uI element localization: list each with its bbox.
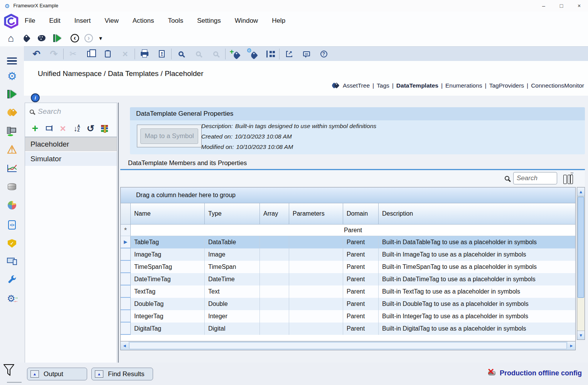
menu-settings[interactable]: Settings xyxy=(197,15,230,27)
navigate-forward-button[interactable]: › xyxy=(83,34,95,42)
copy-button[interactable] xyxy=(82,47,99,61)
menu-window[interactable]: Window xyxy=(235,15,267,27)
rail-alarms-button[interactable]: ⚠ xyxy=(0,142,24,157)
scroll-down-icon[interactable]: ▼ xyxy=(577,331,585,339)
list-item-simulator[interactable]: Simulator xyxy=(25,152,117,166)
navigate-back-button[interactable]: ‹ xyxy=(67,34,83,42)
table-row[interactable]: ImageTag Image Parent Built-in ImageTag … xyxy=(121,248,575,261)
drawing-button[interactable] xyxy=(34,35,49,41)
rail-tags-button[interactable] xyxy=(0,105,24,120)
column-header-type[interactable]: Type xyxy=(205,203,260,225)
scroll-right-icon[interactable]: ► xyxy=(568,341,575,350)
template-search-input[interactable] xyxy=(38,107,103,116)
hierarchy-button[interactable] xyxy=(261,47,278,61)
horizontal-scrollbar[interactable]: ◄ ► xyxy=(120,341,576,350)
nav-connectionsmonitor[interactable]: ConnectionsMonitor xyxy=(531,82,584,89)
menu-tools[interactable]: Tools xyxy=(168,15,193,27)
import-export-button[interactable] xyxy=(98,125,111,132)
expand-up-icon: ▲ xyxy=(30,370,39,378)
configure-tag-button[interactable]: ⚙ xyxy=(244,47,261,61)
close-button[interactable]: × xyxy=(570,0,588,12)
scrollbar-thumb[interactable] xyxy=(578,197,584,298)
export-button[interactable]: ↥ xyxy=(153,47,170,61)
rail-deployment-button[interactable]: ⚙ → → xyxy=(0,291,24,306)
rail-security-button[interactable]: ✓ xyxy=(0,236,24,251)
info-icon[interactable]: i xyxy=(31,93,40,102)
rail-runtime-button[interactable] xyxy=(0,86,24,102)
tags-button[interactable] xyxy=(19,35,34,41)
nav-tagproviders[interactable]: TagProviders xyxy=(489,82,524,89)
help-button[interactable]: ? xyxy=(315,47,332,61)
rail-tools-button[interactable] xyxy=(0,272,24,288)
menu-insert[interactable]: Insert xyxy=(74,15,100,27)
column-header-description[interactable]: Description xyxy=(379,203,575,225)
feedback-button[interactable] xyxy=(298,47,315,61)
cut-button[interactable]: ✂ xyxy=(64,47,82,61)
menu-view[interactable]: View xyxy=(104,15,128,27)
rail-datasets-button[interactable] xyxy=(0,179,24,194)
output-panel-button[interactable]: ▲ Output xyxy=(27,368,87,380)
minimize-button[interactable]: – xyxy=(535,0,553,12)
rail-reports-button[interactable] xyxy=(0,198,24,213)
vertical-scrollbar[interactable]: ▲ ▼ xyxy=(577,187,585,340)
nav-datatemplates[interactable]: DataTemplates xyxy=(396,82,438,89)
group-by-band[interactable]: Drag a column header here to group xyxy=(121,187,575,203)
nav-enumerations[interactable]: Enumerations xyxy=(445,82,482,89)
members-search-input[interactable] xyxy=(513,172,557,184)
rail-trends-button[interactable] xyxy=(0,160,24,176)
list-item-placeholder[interactable]: Placeholder xyxy=(25,137,117,151)
map-to-symbol-button[interactable]: Map to a Symbol xyxy=(140,128,198,144)
column-chooser-button[interactable]: ▽ xyxy=(563,172,574,184)
table-row[interactable]: DigitalTag Digital Parent Built-in Digit… xyxy=(121,323,575,335)
rail-scripts-button[interactable]: <> xyxy=(0,217,24,233)
scrollbar-thumb[interactable] xyxy=(129,342,567,349)
maximize-button[interactable]: □ xyxy=(553,0,570,12)
find-button[interactable] xyxy=(172,47,190,61)
sort-button[interactable]: ↓ AZ xyxy=(70,125,84,132)
scroll-left-icon[interactable]: ◄ xyxy=(121,341,128,350)
table-row[interactable]: TextTag Text Parent Built-in TextTag to … xyxy=(121,285,575,298)
rail-devices-button[interactable] xyxy=(0,123,24,139)
nav-assettree[interactable]: AssetTree xyxy=(343,82,370,89)
open-external-button[interactable]: ↗ xyxy=(280,47,298,61)
panel-splitter[interactable] xyxy=(118,103,119,363)
column-header-parameters[interactable]: Parameters xyxy=(289,203,343,225)
new-row[interactable]: * Parent xyxy=(121,225,575,236)
filter-icon[interactable] xyxy=(3,364,15,378)
run-button[interactable] xyxy=(49,34,65,42)
menu-edit[interactable]: Edit xyxy=(49,15,69,27)
redo-button[interactable]: ↷ xyxy=(45,47,62,61)
delete-button[interactable]: × xyxy=(116,47,134,61)
scroll-up-icon[interactable]: ▲ xyxy=(577,187,585,196)
column-header-array[interactable]: Array xyxy=(260,203,289,225)
row-selected-icon: ▶ xyxy=(121,236,131,248)
rail-menu-button[interactable] xyxy=(0,53,24,69)
table-row[interactable]: DoubleTag Double Parent Built-in DoubleT… xyxy=(121,298,575,310)
history-button[interactable]: ↺ xyxy=(84,124,98,133)
rail-displays-button[interactable] xyxy=(0,254,24,269)
add-tag-button[interactable]: + xyxy=(226,47,244,61)
table-row[interactable]: IntegerTag Integer Parent Built-in Integ… xyxy=(121,310,575,323)
column-header-name[interactable]: Name xyxy=(131,203,205,225)
connection-status[interactable]: × Production offline config xyxy=(487,368,582,378)
add-template-button[interactable]: + xyxy=(28,123,42,134)
table-row[interactable]: ▶ TableTag DataTable Parent Built-in Dat… xyxy=(121,236,575,248)
menu-file[interactable]: File xyxy=(25,15,44,27)
delete-template-button[interactable]: × xyxy=(56,123,70,133)
find-previous-button[interactable] xyxy=(207,47,224,61)
find-next-button[interactable] xyxy=(190,47,207,61)
column-header-domain[interactable]: Domain xyxy=(343,203,379,225)
table-row[interactable]: DateTimeTag DateTime Parent Built-in Dat… xyxy=(121,273,575,285)
menu-help[interactable]: Help xyxy=(272,15,295,27)
rename-template-button[interactable] xyxy=(42,126,56,130)
rail-settings-button[interactable]: ⚙ xyxy=(0,69,24,84)
find-results-panel-button[interactable]: ▲ Find Results xyxy=(91,368,153,380)
table-row[interactable]: TimeSpanTag TimeSpan Parent Built-in Tim… xyxy=(121,261,575,273)
undo-button[interactable]: ↶ xyxy=(28,47,45,61)
paste-button[interactable] xyxy=(99,47,116,61)
history-dropdown[interactable]: ▼ xyxy=(95,35,106,41)
menu-actions[interactable]: Actions xyxy=(133,15,163,27)
home-button[interactable]: ⌂ xyxy=(3,33,19,43)
nav-tags[interactable]: Tags xyxy=(377,82,389,89)
print-button[interactable] xyxy=(136,47,153,61)
